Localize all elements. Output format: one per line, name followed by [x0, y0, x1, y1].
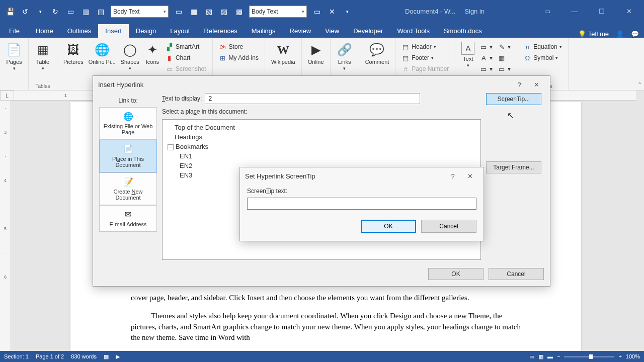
qat-btn9-icon[interactable]: ▭: [310, 5, 324, 19]
tab-file[interactable]: File: [0, 24, 29, 38]
spellcheck-icon[interactable]: ▩: [104, 353, 109, 360]
screentip-dialog-titlebar[interactable]: Set Hyperlink ScreenTip ? ✕: [240, 167, 484, 185]
pictures-button[interactable]: 🖼Pictures: [61, 40, 86, 67]
tab-outlines[interactable]: Outlines: [60, 24, 99, 38]
screentip-button[interactable]: ScreenTip...: [486, 93, 541, 105]
redo-icon[interactable]: ↻: [48, 5, 62, 19]
collapse-icon[interactable]: −: [168, 144, 174, 150]
save-icon[interactable]: 💾: [3, 5, 17, 19]
account-icon[interactable]: 👤: [616, 30, 624, 38]
pagenum-button[interactable]: #Page Number: [399, 64, 451, 74]
symbol-button[interactable]: ΩSymbol ▾: [521, 53, 564, 63]
zoom-out-icon[interactable]: −: [557, 353, 560, 359]
qat-btn7-icon[interactable]: ▨: [217, 5, 231, 19]
minimize-icon[interactable]: —: [564, 5, 586, 19]
style-selector-2[interactable]: Body Text ▾: [249, 6, 307, 18]
text-opt2[interactable]: A▾: [477, 53, 495, 63]
store-button[interactable]: 🛍Store: [217, 42, 261, 52]
qat-more-icon[interactable]: ▾: [340, 5, 354, 19]
screentip-text-input[interactable]: [247, 198, 476, 210]
tree-top-of-doc[interactable]: Top of the Document: [168, 123, 475, 132]
tab-references[interactable]: References: [197, 24, 244, 38]
view-read-icon[interactable]: ▭: [529, 353, 534, 360]
table-button[interactable]: ▦Table▾: [33, 40, 53, 73]
close-icon[interactable]: ✕: [528, 77, 545, 92]
tab-developer[interactable]: Developer: [346, 24, 390, 38]
text-to-display-input[interactable]: [205, 93, 420, 104]
comment-button[interactable]: 💬Comment: [363, 40, 391, 67]
style-selector-1[interactable]: Body Text ▾: [111, 6, 169, 18]
tab-view[interactable]: View: [318, 24, 346, 38]
text-opt4[interactable]: ✎▾: [496, 42, 513, 52]
linkto-email[interactable]: ✉ E-mail Address: [99, 205, 157, 232]
signin-link[interactable]: Sign in: [464, 8, 485, 15]
comments-icon[interactable]: 💬: [631, 30, 639, 38]
hyperlink-ok-button[interactable]: OK: [428, 268, 484, 280]
tab-design[interactable]: Design: [129, 24, 163, 38]
equation-button[interactable]: πEquation ▾: [521, 42, 564, 52]
status-page[interactable]: Page 1 of 2: [36, 353, 64, 359]
ruler-corner[interactable]: L: [0, 90, 14, 101]
hyperlink-dialog-titlebar[interactable]: Insert Hyperlink ? ✕: [93, 76, 550, 93]
tree-bookmark-en1[interactable]: EN1: [168, 151, 475, 161]
text-opt6[interactable]: ▭▾: [496, 64, 513, 74]
close-window-icon[interactable]: ✕: [618, 5, 640, 19]
screentip-cancel-button[interactable]: Cancel: [421, 220, 476, 233]
tab-home[interactable]: Home: [29, 24, 60, 38]
maximize-icon[interactable]: ☐: [591, 5, 613, 19]
zoom-slider[interactable]: [564, 356, 614, 357]
myaddins-button[interactable]: ⊞My Add-ins: [217, 53, 261, 63]
online-pictures-button[interactable]: 🌐Online Pi...: [87, 40, 118, 67]
tab-wordtools[interactable]: Word Tools: [390, 24, 437, 38]
qat-open-icon[interactable]: ▭: [63, 5, 77, 19]
undo-dropdown-icon[interactable]: ▾: [33, 5, 47, 19]
help-icon[interactable]: ?: [444, 168, 461, 184]
header-button[interactable]: ▤Header ▾: [399, 42, 451, 52]
qat-btn3-icon[interactable]: ▤: [94, 5, 108, 19]
status-section[interactable]: Section: 1: [4, 353, 29, 359]
tellme[interactable]: 💡 Tell me: [578, 30, 609, 38]
tab-review[interactable]: Review: [283, 24, 318, 38]
linkto-create-new[interactable]: 📝 Create New Document: [99, 172, 157, 205]
qat-btn4-icon[interactable]: ▭: [172, 5, 186, 19]
tab-insert[interactable]: Insert: [98, 24, 129, 38]
tree-bookmarks[interactable]: −Bookmarks: [168, 142, 475, 151]
qat-btn8-icon[interactable]: ▩: [232, 5, 246, 19]
view-print-icon[interactable]: ▦: [538, 353, 543, 360]
tab-smooth[interactable]: Smooth.docs: [437, 24, 489, 38]
ribbon-options-icon[interactable]: ▭: [536, 5, 558, 19]
collapse-ribbon-icon[interactable]: ⌃: [637, 81, 642, 88]
online-video-button[interactable]: ▶Online: [306, 40, 326, 67]
view-web-icon[interactable]: ▬: [547, 353, 553, 359]
macro-icon[interactable]: ▶: [116, 353, 120, 360]
target-frame-button[interactable]: Target Frame...: [486, 161, 541, 173]
linkto-existing-file[interactable]: 🌐 Existing File or Web Page: [99, 107, 157, 140]
hyperlink-cancel-button[interactable]: Cancel: [489, 268, 544, 280]
screentip-ok-button[interactable]: OK: [361, 220, 416, 233]
chart-button[interactable]: ▮Chart: [164, 53, 208, 63]
text-opt1[interactable]: ▭▾: [477, 42, 495, 52]
status-words[interactable]: 830 words: [71, 353, 97, 359]
text-opt5[interactable]: ▦: [496, 53, 513, 63]
shapes-button[interactable]: ◯Shapes▾: [119, 40, 141, 73]
qat-btn6-icon[interactable]: ▧: [202, 5, 216, 19]
qat-btn5-icon[interactable]: ▦: [187, 5, 201, 19]
text-opt3[interactable]: ▭▾: [477, 64, 495, 74]
qat-btn2-icon[interactable]: ▥: [78, 5, 93, 19]
wikipedia-button[interactable]: WWikipedia: [269, 40, 297, 67]
linkto-place-in-document[interactable]: 📄 Place in This Document: [99, 140, 157, 172]
undo-icon[interactable]: ↺: [18, 5, 32, 19]
vertical-ruler[interactable]: ·3·4·5·6: [0, 101, 11, 351]
zoom-in-icon[interactable]: +: [618, 353, 621, 359]
screenshot-button[interactable]: ▭Screenshot: [164, 64, 208, 74]
pages-button[interactable]: 📄Pages▾: [4, 40, 24, 73]
tab-mailings[interactable]: Mailings: [245, 24, 283, 38]
qat-btn10-icon[interactable]: ✕: [325, 5, 339, 19]
links-button[interactable]: 🔗Links▾: [335, 40, 355, 73]
text-button[interactable]: AText▾: [459, 40, 476, 70]
help-icon[interactable]: ?: [511, 77, 528, 92]
footer-button[interactable]: ▤Footer ▾: [399, 53, 451, 63]
zoom-level[interactable]: 100%: [626, 353, 640, 359]
tab-layout[interactable]: Layout: [163, 24, 197, 38]
smartart-button[interactable]: ▞SmartArt: [164, 42, 208, 52]
